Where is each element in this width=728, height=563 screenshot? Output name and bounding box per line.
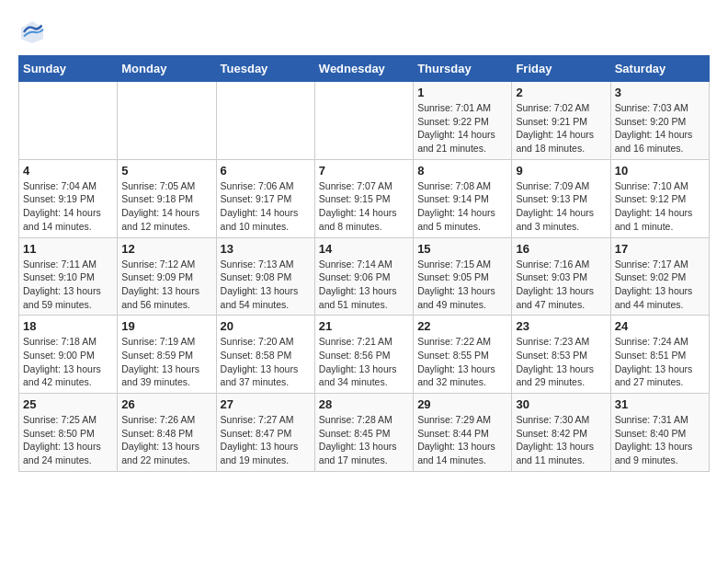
calendar-cell: 25Sunrise: 7:25 AM Sunset: 8:50 PM Dayli… (19, 394, 118, 472)
day-info: Sunrise: 7:08 AM Sunset: 9:14 PM Dayligh… (417, 179, 507, 234)
calendar-cell: 20Sunrise: 7:20 AM Sunset: 8:58 PM Dayli… (216, 316, 314, 394)
day-info: Sunrise: 7:18 AM Sunset: 9:00 PM Dayligh… (23, 335, 113, 389)
day-number: 29 (417, 397, 507, 411)
day-header-saturday: Saturday (610, 56, 709, 82)
day-number: 31 (615, 397, 705, 411)
day-info: Sunrise: 7:02 AM Sunset: 9:21 PM Dayligh… (516, 101, 606, 155)
calendar-week-row: 1Sunrise: 7:01 AM Sunset: 9:22 PM Daylig… (19, 82, 710, 160)
logo-icon (18, 18, 46, 46)
day-number: 7 (319, 164, 409, 178)
calendar-cell: 14Sunrise: 7:14 AM Sunset: 9:06 PM Dayli… (314, 237, 413, 316)
day-number: 17 (615, 242, 705, 256)
calendar-cell: 9Sunrise: 7:09 AM Sunset: 9:13 PM Daylig… (512, 159, 610, 237)
day-number: 30 (516, 397, 606, 411)
calendar-cell (118, 82, 216, 160)
day-number: 16 (516, 242, 606, 256)
calendar-cell: 30Sunrise: 7:30 AM Sunset: 8:42 PM Dayli… (512, 394, 610, 472)
calendar-header-row: SundayMondayTuesdayWednesdayThursdayFrid… (19, 56, 710, 82)
day-number: 26 (121, 397, 211, 411)
day-info: Sunrise: 7:21 AM Sunset: 8:56 PM Dayligh… (319, 335, 409, 389)
day-info: Sunrise: 7:31 AM Sunset: 8:40 PM Dayligh… (615, 413, 705, 467)
day-number: 27 (221, 397, 311, 411)
day-info: Sunrise: 7:28 AM Sunset: 8:45 PM Dayligh… (319, 413, 409, 467)
calendar-cell: 21Sunrise: 7:21 AM Sunset: 8:56 PM Dayli… (314, 316, 413, 394)
day-header-tuesday: Tuesday (216, 56, 314, 82)
day-header-sunday: Sunday (19, 56, 118, 82)
day-info: Sunrise: 7:25 AM Sunset: 8:50 PM Dayligh… (23, 413, 113, 467)
day-number: 1 (417, 86, 507, 99)
day-number: 2 (516, 86, 606, 99)
day-info: Sunrise: 7:05 AM Sunset: 9:18 PM Dayligh… (121, 179, 211, 234)
calendar-cell: 18Sunrise: 7:18 AM Sunset: 9:00 PM Dayli… (19, 316, 118, 394)
day-number: 9 (516, 164, 606, 178)
day-info: Sunrise: 7:17 AM Sunset: 9:02 PM Dayligh… (615, 258, 705, 312)
calendar-cell: 29Sunrise: 7:29 AM Sunset: 8:44 PM Dayli… (414, 394, 512, 472)
calendar-cell: 1Sunrise: 7:01 AM Sunset: 9:22 PM Daylig… (414, 82, 512, 160)
day-header-thursday: Thursday (414, 56, 512, 82)
calendar-cell: 6Sunrise: 7:06 AM Sunset: 9:17 PM Daylig… (216, 159, 314, 237)
calendar-cell: 12Sunrise: 7:12 AM Sunset: 9:09 PM Dayli… (118, 237, 216, 316)
calendar-cell: 3Sunrise: 7:03 AM Sunset: 9:20 PM Daylig… (610, 82, 709, 160)
day-info: Sunrise: 7:10 AM Sunset: 9:12 PM Dayligh… (615, 179, 705, 234)
day-info: Sunrise: 7:22 AM Sunset: 8:55 PM Dayligh… (417, 335, 507, 389)
day-header-friday: Friday (512, 56, 610, 82)
calendar-cell: 4Sunrise: 7:04 AM Sunset: 9:19 PM Daylig… (19, 159, 118, 237)
calendar-cell (216, 82, 314, 160)
day-info: Sunrise: 7:16 AM Sunset: 9:03 PM Dayligh… (516, 258, 606, 312)
day-number: 14 (319, 242, 409, 256)
day-number: 28 (319, 397, 409, 411)
day-number: 23 (516, 319, 606, 333)
calendar-cell: 13Sunrise: 7:13 AM Sunset: 9:08 PM Dayli… (216, 237, 314, 316)
day-info: Sunrise: 7:19 AM Sunset: 8:59 PM Dayligh… (121, 335, 211, 389)
day-info: Sunrise: 7:07 AM Sunset: 9:15 PM Dayligh… (319, 179, 409, 234)
day-number: 20 (221, 319, 311, 333)
day-info: Sunrise: 7:27 AM Sunset: 8:47 PM Dayligh… (221, 413, 311, 467)
calendar-cell: 10Sunrise: 7:10 AM Sunset: 9:12 PM Dayli… (610, 159, 709, 237)
day-number: 11 (23, 242, 113, 256)
day-info: Sunrise: 7:30 AM Sunset: 8:42 PM Dayligh… (516, 413, 606, 467)
day-info: Sunrise: 7:03 AM Sunset: 9:20 PM Dayligh… (615, 101, 705, 155)
day-number: 15 (417, 242, 507, 256)
logo (18, 18, 50, 46)
day-info: Sunrise: 7:20 AM Sunset: 8:58 PM Dayligh… (221, 335, 311, 389)
day-header-monday: Monday (118, 56, 216, 82)
day-info: Sunrise: 7:29 AM Sunset: 8:44 PM Dayligh… (417, 413, 507, 467)
calendar-week-row: 11Sunrise: 7:11 AM Sunset: 9:10 PM Dayli… (19, 237, 710, 316)
day-info: Sunrise: 7:01 AM Sunset: 9:22 PM Dayligh… (417, 101, 507, 155)
calendar-cell: 2Sunrise: 7:02 AM Sunset: 9:21 PM Daylig… (512, 82, 610, 160)
calendar-cell: 27Sunrise: 7:27 AM Sunset: 8:47 PM Dayli… (216, 394, 314, 472)
day-info: Sunrise: 7:13 AM Sunset: 9:08 PM Dayligh… (221, 258, 311, 312)
day-number: 5 (121, 164, 211, 178)
calendar-cell: 19Sunrise: 7:19 AM Sunset: 8:59 PM Dayli… (118, 316, 216, 394)
calendar-cell: 16Sunrise: 7:16 AM Sunset: 9:03 PM Dayli… (512, 237, 610, 316)
day-number: 22 (417, 319, 507, 333)
calendar-cell: 15Sunrise: 7:15 AM Sunset: 9:05 PM Dayli… (414, 237, 512, 316)
calendar-cell: 24Sunrise: 7:24 AM Sunset: 8:51 PM Dayli… (610, 316, 709, 394)
day-info: Sunrise: 7:06 AM Sunset: 9:17 PM Dayligh… (221, 179, 311, 234)
day-number: 12 (121, 242, 211, 256)
day-number: 18 (23, 319, 113, 333)
calendar-cell: 23Sunrise: 7:23 AM Sunset: 8:53 PM Dayli… (512, 316, 610, 394)
calendar-cell: 11Sunrise: 7:11 AM Sunset: 9:10 PM Dayli… (19, 237, 118, 316)
calendar-cell: 28Sunrise: 7:28 AM Sunset: 8:45 PM Dayli… (314, 394, 413, 472)
day-number: 4 (23, 164, 113, 178)
day-number: 24 (615, 319, 705, 333)
day-info: Sunrise: 7:23 AM Sunset: 8:53 PM Dayligh… (516, 335, 606, 389)
calendar-cell (314, 82, 413, 160)
calendar-cell: 7Sunrise: 7:07 AM Sunset: 9:15 PM Daylig… (314, 159, 413, 237)
calendar-cell: 5Sunrise: 7:05 AM Sunset: 9:18 PM Daylig… (118, 159, 216, 237)
calendar-cell: 17Sunrise: 7:17 AM Sunset: 9:02 PM Dayli… (610, 237, 709, 316)
calendar-cell: 31Sunrise: 7:31 AM Sunset: 8:40 PM Dayli… (610, 394, 709, 472)
calendar-cell: 22Sunrise: 7:22 AM Sunset: 8:55 PM Dayli… (414, 316, 512, 394)
day-number: 19 (121, 319, 211, 333)
day-header-wednesday: Wednesday (314, 56, 413, 82)
day-number: 21 (319, 319, 409, 333)
calendar-week-row: 4Sunrise: 7:04 AM Sunset: 9:19 PM Daylig… (19, 159, 710, 237)
day-number: 10 (615, 164, 705, 178)
day-number: 25 (23, 397, 113, 411)
day-info: Sunrise: 7:12 AM Sunset: 9:09 PM Dayligh… (121, 258, 211, 312)
day-number: 3 (615, 86, 705, 99)
day-info: Sunrise: 7:14 AM Sunset: 9:06 PM Dayligh… (319, 258, 409, 312)
page-header (18, 18, 710, 46)
day-info: Sunrise: 7:15 AM Sunset: 9:05 PM Dayligh… (417, 258, 507, 312)
